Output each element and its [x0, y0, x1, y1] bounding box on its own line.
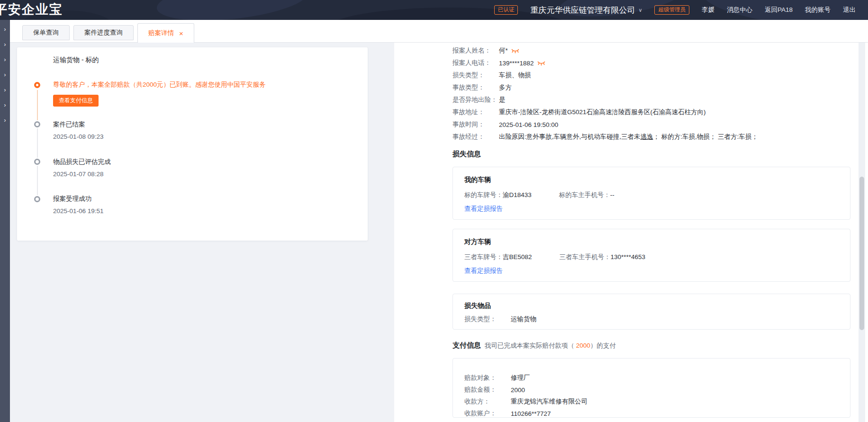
lost-goods-card: 损失物品 损失类型： 运输货物 [452, 294, 850, 330]
row-value-underlined: 逃逸 [641, 133, 653, 141]
detail-row: 报案人姓名： 何* [452, 45, 519, 57]
rail-expand-icon[interactable]: › [4, 102, 6, 108]
menu-message-center[interactable]: 消息中心 [727, 6, 752, 14]
view-loss-report-link[interactable]: 查看定损报告 [464, 267, 503, 275]
field-label: 三者车主手机号： [560, 253, 611, 260]
timeline-time: 2025-01-08 09:23 [53, 133, 104, 140]
chevron-down-icon: ∨ [638, 7, 642, 13]
tab-claim-detail[interactable]: 赔案详情 × [137, 23, 194, 43]
other-vehicle-card: 对方车辆 三者车牌号：吉BE5082 三者车主手机号：130****4653 查… [452, 229, 850, 282]
field-value: 运输货物 [511, 315, 536, 323]
view-payment-info-button[interactable]: 查看支付信息 [53, 95, 99, 107]
vehicle-fields: 三者车牌号：吉BE5082 三者车主手机号：130****4653 [464, 253, 645, 261]
card-row: 赔款金额： 2000 [464, 385, 525, 395]
row-label: 损失类型： [452, 71, 499, 80]
scrollbar-thumb[interactable] [859, 177, 864, 330]
vehicle-fields: 标的车牌号：渝D18433 标的车主手机号：-- [464, 191, 615, 199]
timeline-text: 物品损失已评估完成 [53, 158, 111, 166]
timeline-time: 2025-01-06 19:51 [53, 207, 104, 215]
tab-bar: 保单查询 案件进度查询 赔案详情 × [10, 20, 868, 43]
left-rail: › › › › › › › [0, 20, 10, 422]
claim-progress-card: 运输货物 - 标的 尊敬的客户，本案全部赔款（共2000元）已到账。感谢您使用中… [17, 47, 368, 241]
row-value: 车损、物损 [499, 71, 531, 80]
card-row: 收款账户： 110266**7727 [464, 408, 551, 419]
tab-label: 保单查询 [33, 28, 59, 37]
detail-row: 事故时间： 2025-01-06 19:50:00 [452, 118, 558, 131]
timeline-connector [37, 128, 38, 158]
timeline-dot [34, 121, 40, 127]
row-label: 事故类型： [452, 83, 499, 92]
header: 平安企业宝 已认证 重庆元华供应链管理有限公司 ∨ 超级管理员 李媛 消息中心 … [0, 0, 868, 20]
rail-expand-icon[interactable]: › [4, 117, 6, 123]
tab-policy-query[interactable]: 保单查询 [22, 25, 70, 40]
timeline-text: 报案受理成功 [53, 195, 91, 203]
section-title-loss-info: 损失信息 [452, 150, 481, 159]
row-value: 重庆市-涪陵区-龙桥街道G5021石渝高速涪陵西服务区(石渝高速石柱方向) [499, 108, 706, 117]
header-decor [155, 0, 309, 20]
payment-note-pre: 我司已完成本案实际赔付款项（ [485, 342, 576, 349]
row-value: 139****1882 [499, 60, 534, 67]
row-value: 多方 [499, 83, 512, 92]
section-title-payment-info: 支付信息我司已完成本案实际赔付款项（ 2000）的支付 [452, 341, 616, 350]
tab-case-progress-query[interactable]: 案件进度查询 [73, 25, 134, 40]
menu-logout[interactable]: 退出 [843, 6, 856, 14]
timeline-connector [37, 90, 38, 120]
menu-my-account[interactable]: 我的账号 [805, 6, 831, 14]
field-label: 收款账户： [464, 409, 511, 418]
menu-back-pa18[interactable]: 返回PA18 [765, 6, 793, 14]
row-label: 事故经过： [452, 133, 499, 141]
field-value: 重庆龙锦汽车维修有限公司 [511, 397, 588, 406]
timeline-time: 2025-01-07 08:28 [53, 171, 104, 178]
field-value: 2000 [511, 386, 525, 394]
field-pair: 三者车主手机号：130****4653 [560, 253, 646, 261]
tab-close-icon[interactable]: × [179, 29, 183, 37]
detail-row: 事故类型： 多方 [452, 81, 512, 94]
payment-card: 赔款对象： 修理厂 赔款金额： 2000 收款方： 重庆龙锦汽车维修有限公司 收… [452, 358, 850, 418]
field-label: 收款方： [464, 397, 511, 406]
card-title: 对方车辆 [464, 238, 491, 246]
field-value: 吉BE5082 [503, 253, 532, 260]
rail-expand-icon[interactable]: › [4, 57, 6, 63]
rail-expand-icon[interactable]: › [4, 72, 6, 78]
field-value: 渝D18433 [503, 191, 532, 198]
payment-amount: 2000 [576, 342, 590, 349]
field-label: 损失类型： [464, 315, 511, 323]
detail-row: 事故经过： 出险原因:意外事故,车辆意外,与机动车碰撞,三者未 逃逸 ； 标的方… [452, 131, 758, 143]
header-menu: 已认证 重庆元华供应链管理有限公司 ∨ 超级管理员 李媛 消息中心 返回PA18… [494, 0, 856, 20]
row-label: 报案人电话： [452, 59, 499, 67]
rail-expand-icon[interactable]: › [4, 87, 6, 93]
card-title: 我的车辆 [464, 176, 491, 184]
rail-expand-icon[interactable]: › [4, 27, 6, 32]
field-label: 三者车牌号： [464, 253, 503, 260]
company-dropdown[interactable]: 重庆元华供应链管理有限公司 ∨ [530, 5, 642, 16]
verified-badge: 已认证 [494, 5, 518, 15]
field-label: 标的车牌号： [464, 191, 503, 198]
field-label: 赔款对象： [464, 374, 511, 382]
row-value: 出险原因:意外事故,车辆意外,与机动车碰撞,三者未 [499, 133, 641, 141]
scrollbar-track[interactable] [859, 43, 865, 422]
field-label: 赔款金额： [464, 386, 511, 394]
claim-subject-title: 运输货物 - 标的 [53, 56, 99, 64]
company-name: 重庆元华供应链管理有限公司 [530, 5, 635, 16]
eye-closed-icon[interactable] [511, 49, 519, 54]
detail-row: 损失类型： 车损、物损 [452, 69, 531, 81]
timeline-dot [34, 159, 40, 165]
card-row: 赔款对象： 修理厂 [464, 373, 530, 383]
detail-row: 事故地址： 重庆市-涪陵区-龙桥街道G5021石渝高速涪陵西服务区(石渝高速石柱… [452, 106, 706, 118]
field-value: 130****4653 [611, 253, 646, 260]
row-label: 事故地址： [452, 108, 499, 117]
timeline-text: 尊敬的客户，本案全部赔款（共2000元）已到账。感谢您使用中国平安服务 [53, 81, 266, 89]
my-vehicle-card: 我的车辆 标的车牌号：渝D18433 标的车主手机号：-- 查看定损报告 [452, 167, 850, 220]
timeline-connector [37, 166, 38, 195]
card-row: 收款方： 重庆龙锦汽车维修有限公司 [464, 396, 588, 407]
user-name[interactable]: 李媛 [702, 6, 714, 14]
view-loss-report-link[interactable]: 查看定损报告 [464, 205, 503, 213]
detail-row: 报案人电话： 139****1882 [452, 57, 545, 69]
row-value: 2025-01-06 19:50:00 [499, 121, 558, 128]
field-value: 110266**7727 [511, 410, 551, 417]
field-pair: 标的车主手机号：-- [559, 191, 615, 199]
eye-closed-icon[interactable] [537, 61, 545, 66]
timeline-dot [34, 196, 40, 202]
rail-expand-icon[interactable]: › [4, 42, 6, 47]
field-label: 标的车主手机号： [559, 191, 610, 198]
